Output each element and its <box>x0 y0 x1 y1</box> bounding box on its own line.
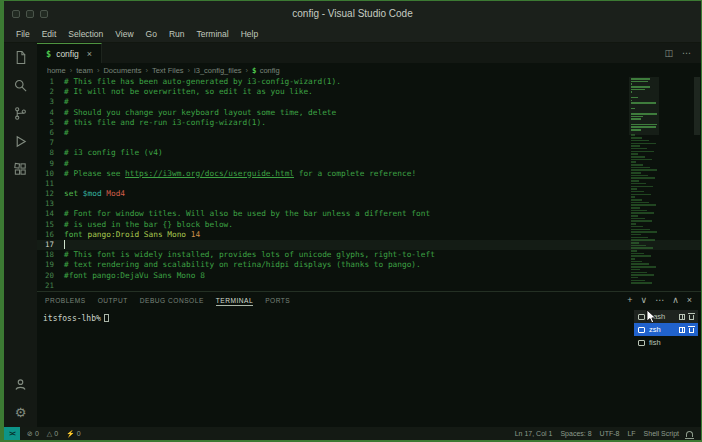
panel-tab-ports[interactable]: PORTS <box>265 295 290 305</box>
code-line[interactable]: 8# i3 config file (v4) <box>37 148 701 158</box>
code-text: # Please see https://i3wm.org/docs/userg… <box>64 169 701 179</box>
status-warnings[interactable]: △0 <box>47 430 58 438</box>
breadcrumb-separator: › <box>97 66 100 75</box>
scrollbar-thumb[interactable] <box>694 77 700 135</box>
maximize-panel-icon[interactable]: ∧ <box>672 295 679 305</box>
editor[interactable]: 1# This file has been auto-generated by … <box>37 77 701 291</box>
status-language-mode[interactable]: Shell Script <box>644 430 679 437</box>
line-number: 13 <box>37 199 64 209</box>
breadcrumb-separator: › <box>145 66 148 75</box>
more-panel-actions-icon[interactable]: ⋯ <box>655 295 664 305</box>
status-eol[interactable]: LF <box>627 430 635 437</box>
code-line[interactable]: 21 <box>37 281 701 291</box>
code-line[interactable]: 2# It will not be overwritten, so edit i… <box>37 87 701 97</box>
panel: PROBLEMSOUTPUTDEBUG CONSOLETERMINALPORTS… <box>37 291 701 427</box>
status-errors[interactable]: ⊘0 <box>27 430 39 438</box>
code-line[interactable]: 4# Should you change your keyboard layou… <box>37 108 701 118</box>
panel-tab-output[interactable]: OUTPUT <box>98 295 128 305</box>
remote-indicator[interactable]: >< <box>4 427 20 440</box>
split-editor-icon[interactable]: ◫ <box>664 48 673 58</box>
explorer-icon[interactable] <box>12 49 29 66</box>
code-line[interactable]: 19# text rendering and scalability on re… <box>37 260 701 270</box>
terminal-instance-fish[interactable]: fish <box>634 336 698 349</box>
code-line[interactable]: 16font pango:Droid Sans Mono 14 <box>37 230 701 240</box>
code-line[interactable]: 6# <box>37 128 701 138</box>
code-line[interactable]: 3# <box>37 97 701 107</box>
window-minimize-button[interactable] <box>26 10 34 18</box>
window-close-button[interactable] <box>12 10 20 18</box>
status-ports[interactable]: ⚡0 <box>66 430 81 438</box>
code-line[interactable]: 14# Font for window titles. Will also be… <box>37 209 701 219</box>
close-tab-icon[interactable]: × <box>87 49 92 59</box>
code-line[interactable]: 1# This file has been auto-generated by … <box>37 77 701 87</box>
window-maximize-button[interactable] <box>40 10 48 18</box>
minimap[interactable] <box>629 77 659 291</box>
line-number: 4 <box>37 108 64 118</box>
menu-item-run[interactable]: Run <box>163 26 191 42</box>
breadcrumb-item-home[interactable]: home <box>47 66 66 75</box>
panel-tab-debug-console[interactable]: DEBUG CONSOLE <box>140 295 204 305</box>
account-icon[interactable] <box>12 376 29 393</box>
code-line[interactable]: 13 <box>37 199 701 209</box>
menu-item-selection[interactable]: Selection <box>62 26 109 42</box>
code-line[interactable]: 17 <box>37 240 701 250</box>
code-text <box>64 281 701 291</box>
new-terminal-icon[interactable]: + <box>627 295 632 305</box>
terminal-profile-dropdown-icon[interactable]: ∨ <box>641 295 648 305</box>
source-control-icon[interactable] <box>12 105 29 122</box>
code-text: # text rendering and scalability on reti… <box>64 260 701 270</box>
close-panel-icon[interactable]: × <box>687 295 692 305</box>
code-line[interactable]: 9# <box>37 159 701 169</box>
terminal[interactable]: itsfoss-lhb% bashzshfish <box>37 308 701 427</box>
breadcrumb-item-text-files[interactable]: Text Files <box>152 66 184 75</box>
line-number: 17 <box>37 240 64 250</box>
code-text <box>64 199 701 209</box>
minimap-viewport[interactable] <box>629 77 659 135</box>
status-cursor-position[interactable]: Ln 17, Col 1 <box>515 430 553 437</box>
breadcrumb: home›team›Documents›Text Files›i3_config… <box>37 63 701 77</box>
breadcrumb-item-config[interactable]: $config <box>252 66 280 75</box>
split-terminal-icon[interactable] <box>679 314 685 320</box>
kill-terminal-icon[interactable] <box>689 315 694 320</box>
code-text: set $mod Mod4 <box>64 189 701 199</box>
kill-terminal-icon[interactable] <box>689 328 694 333</box>
menu-item-edit[interactable]: Edit <box>36 26 63 42</box>
code-line[interactable]: 18# This font is widely installed, provi… <box>37 250 701 260</box>
breadcrumb-item-documents[interactable]: Documents <box>103 66 141 75</box>
code-line[interactable]: 10# Please see https://i3wm.org/docs/use… <box>37 169 701 179</box>
code-line[interactable]: 7 <box>37 138 701 148</box>
panel-tab-problems[interactable]: PROBLEMS <box>45 295 86 305</box>
line-number: 18 <box>37 250 64 260</box>
code-line[interactable]: 12set $mod Mod4 <box>37 189 701 199</box>
editor-actions: ◫⋯ <box>664 43 701 63</box>
panel-tab-terminal[interactable]: TERMINAL <box>216 295 253 306</box>
tab-config[interactable]: $ config × <box>37 43 102 63</box>
menu-item-help[interactable]: Help <box>235 26 264 42</box>
status-encoding[interactable]: UTF-8 <box>600 430 620 437</box>
panel-actions: +∨⋯∧× <box>627 295 701 305</box>
menu-item-file[interactable]: File <box>10 26 36 42</box>
status-indentation[interactable]: Spaces: 8 <box>560 430 591 437</box>
code-line[interactable]: 5# this file and re-run i3-config-wizard… <box>37 118 701 128</box>
line-number: 3 <box>37 97 64 107</box>
search-icon[interactable] <box>12 77 29 94</box>
code-line[interactable]: 11 <box>37 179 701 189</box>
menu-item-view[interactable]: View <box>109 26 139 42</box>
menu-item-terminal[interactable]: Terminal <box>191 26 235 42</box>
breadcrumb-item-i3-config-files[interactable]: i3_config_files <box>194 66 242 75</box>
terminal-instance-bash[interactable]: bash <box>634 310 698 323</box>
run-debug-icon[interactable] <box>12 133 29 150</box>
code-line[interactable]: 20#font pango:DejaVu Sans Mono 8 <box>37 271 701 281</box>
terminal-instance-zsh[interactable]: zsh <box>634 323 698 336</box>
extensions-icon[interactable] <box>12 161 29 178</box>
line-number: 6 <box>37 128 64 138</box>
notifications-bell-icon[interactable] <box>686 431 693 437</box>
breadcrumb-item-team[interactable]: team <box>76 66 93 75</box>
menu-item-go[interactable]: Go <box>140 26 163 42</box>
split-terminal-icon[interactable] <box>679 327 685 333</box>
settings-gear-icon[interactable]: ⚙ <box>12 404 29 421</box>
editor-scrollbar[interactable] <box>693 77 701 291</box>
code-line[interactable]: 15# is used in the bar {} block below. <box>37 220 701 230</box>
more-editor-actions-icon[interactable]: ⋯ <box>682 48 691 58</box>
line-number: 19 <box>37 260 64 270</box>
